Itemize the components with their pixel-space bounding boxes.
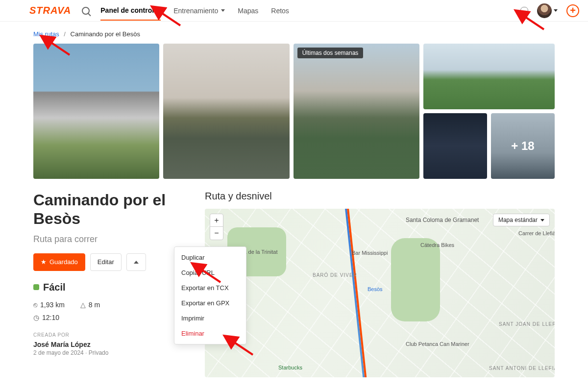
stat-row-2: ◷ 12:10 [33,314,185,321]
breadcrumb-current: Caminando por el Besòs [71,30,140,38]
map-label: Club Petanca Can Mariner [406,341,469,347]
park-shape [391,238,440,321]
stat-elevation-value: 8 m [89,301,100,309]
map-label: Starbucks [278,365,302,370]
action-buttons: ★ Guardado Editar [33,253,185,271]
zoom-control: + − [210,214,223,240]
stat-elevation: △ 8 m [80,301,100,309]
nav-dashboard-label: Panel de control [100,6,154,14]
map-label: Carrer de Llefià [518,230,555,236]
nav-maps-label: Mapas [238,7,258,15]
content-body: Caminando por el Besòs Ruta para correr … [0,179,588,377]
user-menu[interactable] [537,3,558,18]
chevron-down-icon [221,9,225,12]
photo-strip: Últimas dos semanas + 18 [0,44,588,179]
route-title: Caminando por el Besòs [33,191,185,228]
nav-training-label: Entrenamiento [173,7,218,15]
difficulty: Fácil [33,282,185,293]
created-label: CREADA POR [33,332,185,338]
nav-training[interactable]: Entrenamiento [173,1,225,20]
time-badge: Últimas dos semanas [297,48,364,58]
chevron-down-icon [554,9,558,12]
add-button[interactable]: + [566,4,579,17]
saved-button[interactable]: ★ Guardado [33,253,85,271]
more-actions-menu: Duplicar Copiar URL Exportar en TCX Expo… [174,246,246,344]
map-label: SANT JOAN DE LLEFIÀ [499,321,555,327]
route-line [346,209,368,377]
difficulty-label: Fácil [43,282,66,293]
stat-row-1: ⎋ 1,93 km △ 8 m [33,301,185,309]
breadcrumb-sep: / [64,30,66,38]
breadcrumb-root[interactable]: Mis rutas [33,30,59,38]
menu-copy-url[interactable]: Copiar URL [174,265,246,280]
route-subtitle: Ruta para correr [33,234,185,245]
route-photo[interactable] [33,44,159,179]
stat-time-value: 12:10 [42,314,59,321]
map-label: BARÓ DE VIVER [313,272,357,278]
nav-links: Panel de control Entrenamiento Mapas Ret… [100,1,289,20]
created-name: José María López [33,341,185,348]
stat-distance-value: 1,93 km [40,301,65,309]
saved-button-label: Guardado [49,258,78,266]
route-photo[interactable] [163,44,289,179]
elevation-icon: △ [80,301,86,309]
map-label: SANT ANTONI DE LLEFIÀ [489,366,555,371]
stat-time: ◷ 12:10 [33,314,59,321]
nav-challenges-label: Retos [271,7,289,15]
nav-right: + [520,3,579,18]
map-section-title: Ruta y desnivel [205,191,555,202]
map-label: Santa Coloma de Gramanet [406,217,479,223]
top-nav: STRAVA Panel de control Entrenamiento Ma… [0,0,588,22]
map-label: Besòs [368,286,383,292]
route-photo[interactable] [423,44,555,109]
menu-delete[interactable]: Eliminar [174,326,246,341]
route-photo[interactable] [423,113,487,179]
more-photos[interactable]: + 18 [491,113,555,179]
created-meta: 2 de mayo de 2024 · Privado [33,349,185,356]
zoom-in-button[interactable]: + [210,214,223,227]
menu-print[interactable]: Imprimir [174,311,246,326]
map-type-selector[interactable]: Mapa estándar [493,214,550,226]
star-icon: ★ [41,258,47,266]
menu-export-gpx[interactable]: Exportar en GPX [174,295,246,311]
clock-icon: ◷ [33,314,39,321]
menu-duplicate[interactable]: Duplicar [174,250,246,265]
breadcrumb: Mis rutas / Caminando por el Besòs [0,22,588,44]
nav-dashboard[interactable]: Panel de control [100,1,161,21]
avatar [537,3,552,18]
logo[interactable]: STRAVA [29,5,71,16]
more-actions-button[interactable] [126,253,146,271]
route-map[interactable]: + − Mapa estándar Plaça de la Trinitat B… [205,209,555,377]
map-label: Bar Mississippi [352,250,388,256]
difficulty-dot-icon [33,284,39,290]
chevron-down-icon [157,9,161,12]
stat-distance: ⎋ 1,93 km [33,301,65,309]
menu-export-tcx[interactable]: Exportar en TCX [174,280,246,295]
edit-button-label: Editar [98,258,114,266]
route-sidebar: Caminando por el Besòs Ruta para correr … [33,191,185,377]
notifications-icon[interactable] [520,7,528,15]
chevron-down-icon [540,219,544,221]
nav-maps[interactable]: Mapas [238,1,258,20]
zoom-out-button[interactable]: − [210,227,223,240]
pin-icon: ⎋ [33,301,37,309]
chevron-up-icon [134,261,139,264]
edit-button[interactable]: Editar [90,253,122,271]
map-section: Ruta y desnivel + − Mapa estándar Plaça … [205,191,555,377]
route-photo[interactable]: Últimas dos semanas [294,44,419,179]
search-icon[interactable] [82,7,90,15]
nav-challenges[interactable]: Retos [271,1,289,20]
map-type-label: Mapa estándar [498,217,538,223]
map-label: Cátedra Bikes [420,242,454,248]
